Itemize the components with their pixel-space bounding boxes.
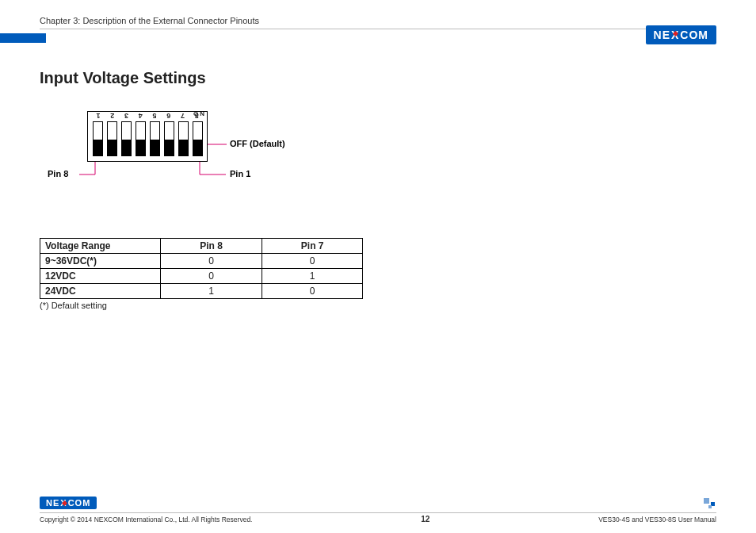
- dip-switch: [136, 121, 146, 156]
- dip-num-4: 4: [139, 112, 143, 120]
- cell: 0: [262, 284, 363, 299]
- page-footer: NEXCOM Copyright © 2014 NEXCOM Internati…: [40, 495, 716, 523]
- dip-switch: [164, 121, 174, 156]
- dip-num-7: 7: [181, 112, 185, 120]
- side-tab: [0, 33, 46, 43]
- table-header-row: Voltage Range Pin 8 Pin 7: [40, 239, 363, 254]
- cell: 0: [160, 269, 262, 284]
- col-pin7: Pin 7: [262, 239, 363, 254]
- brand-prefix: NE: [654, 29, 670, 41]
- dip-switch: [178, 121, 189, 156]
- dip-switch-diagram: NO 1 2 3 4 5 6 7 8: [48, 111, 365, 206]
- header-rule: NEXCOM: [40, 29, 716, 29]
- off-default-label: OFF (Default): [230, 139, 285, 148]
- cell: 1: [160, 284, 262, 299]
- dip-switch: [121, 121, 132, 156]
- voltage-table: Voltage Range Pin 8 Pin 7 9~36VDC(*) 0 0…: [40, 238, 363, 299]
- dip-num-8: 8: [195, 112, 199, 120]
- brand-x: X: [60, 498, 67, 508]
- cell: 24VDC: [40, 284, 161, 299]
- manual-name: VES30-4S and VES30-8S User Manual: [598, 516, 716, 523]
- cell: 12VDC: [40, 269, 161, 284]
- dip-num-6: 6: [166, 112, 170, 120]
- dip-switch: [107, 121, 117, 156]
- brand-suffix: COM: [68, 498, 91, 508]
- dip-num-2: 2: [110, 112, 114, 120]
- dip-switch: [150, 121, 160, 156]
- brand-prefix: NE: [46, 498, 59, 508]
- table-row: 12VDC 0 1: [40, 269, 363, 284]
- cell: 0: [262, 254, 363, 269]
- dip-num-1: 1: [96, 112, 100, 120]
- footer-rule: [40, 512, 716, 513]
- dip-switches-row: [88, 121, 207, 156]
- brand-x: X: [671, 29, 679, 41]
- dip-switch: [93, 121, 103, 156]
- brand-suffix: COM: [680, 29, 708, 41]
- brand-logo: NEXCOM: [646, 25, 716, 44]
- dip-num-5: 5: [152, 112, 156, 120]
- col-pin8: Pin 8: [160, 239, 262, 254]
- section-title: Input Voltage Settings: [40, 69, 716, 87]
- cell: 9~36VDC(*): [40, 254, 161, 269]
- page-number: 12: [421, 515, 430, 523]
- copyright-text: Copyright © 2014 NEXCOM International Co…: [40, 516, 252, 523]
- cell: 0: [160, 254, 262, 269]
- cell: 1: [262, 269, 363, 284]
- col-voltage-range: Voltage Range: [40, 239, 161, 254]
- table-footnote: (*) Default setting: [40, 301, 716, 310]
- chapter-title: Chapter 3: Description of the External C…: [40, 16, 716, 25]
- table-row: 9~36VDC(*) 0 0: [40, 254, 363, 269]
- pin1-label: Pin 1: [230, 169, 250, 178]
- footer-logo: NEXCOM: [40, 495, 716, 509]
- dip-numbers: 1 2 3 4 5 6 7 8: [88, 112, 207, 121]
- pin8-label: Pin 8: [48, 169, 68, 178]
- table-row: 24VDC 1 0: [40, 284, 363, 299]
- dip-num-3: 3: [124, 112, 128, 120]
- dip-switch-body: NO 1 2 3 4 5 6 7 8: [87, 111, 208, 162]
- dip-switch: [193, 121, 203, 156]
